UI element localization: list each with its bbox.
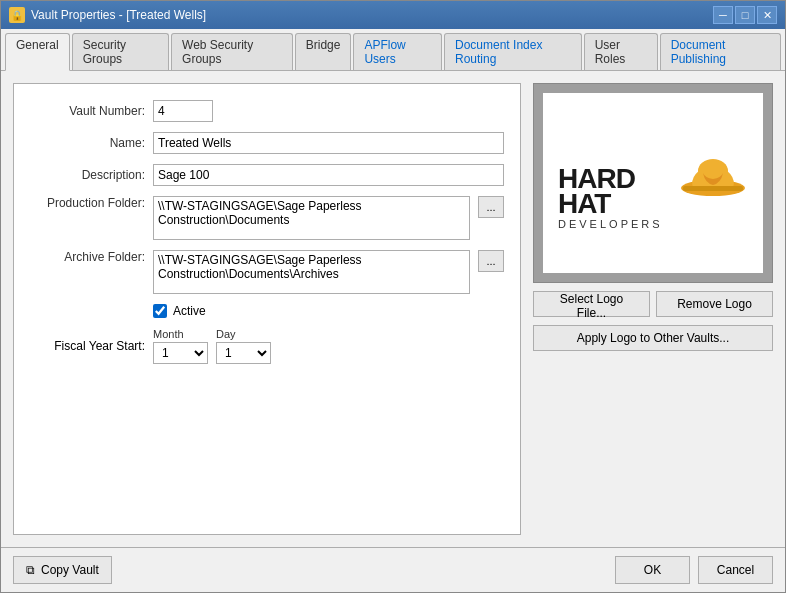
tab-user-roles[interactable]: User Roles (584, 33, 658, 70)
title-bar-left: 🔒 Vault Properties - [Treated Wells] (9, 7, 206, 23)
name-label: Name: (30, 136, 145, 150)
active-checkbox[interactable] (153, 304, 167, 318)
archive-folder-input[interactable]: \\TW-STAGINGSAGE\Sage Paperless Construc… (153, 250, 470, 294)
fiscal-year-row: Fiscal Year Start: Month 1 2 3 4 5 6 7 8 (30, 328, 504, 364)
logo-container: HARD HAT DEVELOPERS (533, 83, 773, 283)
title-bar: 🔒 Vault Properties - [Treated Wells] ─ □… (1, 1, 785, 29)
description-input[interactable] (153, 164, 504, 186)
left-panel: Vault Number: Name: Description: Product… (13, 83, 521, 535)
month-select[interactable]: 1 2 3 4 5 6 7 8 9 10 11 12 (153, 342, 208, 364)
production-browse-button[interactable]: ... (478, 196, 504, 218)
month-sub: Month 1 2 3 4 5 6 7 8 9 10 11 (153, 328, 208, 364)
day-select[interactable]: 1 2 3 4 5 (216, 342, 271, 364)
restore-button[interactable]: □ (735, 6, 755, 24)
archive-browse-btn-area: ... (478, 250, 504, 294)
svg-text:HAT: HAT (558, 188, 611, 219)
day-sublabel: Day (216, 328, 236, 340)
title-bar-controls: ─ □ ✕ (713, 6, 777, 24)
description-label: Description: (30, 168, 145, 182)
tab-security-groups[interactable]: Security Groups (72, 33, 169, 70)
bottom-right-buttons: OK Cancel (615, 556, 773, 584)
logo-image: HARD HAT DEVELOPERS (553, 103, 753, 263)
content-area: Vault Number: Name: Description: Product… (1, 71, 785, 547)
logo-inner: HARD HAT DEVELOPERS (543, 93, 763, 273)
tab-general[interactable]: General (5, 33, 70, 71)
fiscal-year-label: Fiscal Year Start: (30, 339, 145, 353)
vault-number-row: Vault Number: (30, 100, 504, 122)
production-folder-input[interactable]: \\TW-STAGINGSAGE\Sage Paperless Construc… (153, 196, 470, 240)
archive-folder-row: Archive Folder: \\TW-STAGINGSAGE\Sage Pa… (30, 250, 504, 294)
archive-folder-label: Archive Folder: (30, 250, 145, 264)
svg-text:DEVELOPERS: DEVELOPERS (558, 218, 663, 230)
copy-vault-label: Copy Vault (41, 563, 99, 577)
vault-number-input[interactable] (153, 100, 213, 122)
right-panel: HARD HAT DEVELOPERS Select Logo File... … (533, 83, 773, 535)
production-folder-row: Production Folder: \\TW-STAGINGSAGE\Sage… (30, 196, 504, 240)
copy-vault-button[interactable]: ⧉ Copy Vault (13, 556, 112, 584)
select-logo-button[interactable]: Select Logo File... (533, 291, 650, 317)
bottom-bar: ⧉ Copy Vault OK Cancel (1, 547, 785, 592)
description-row: Description: (30, 164, 504, 186)
month-sublabel: Month (153, 328, 184, 340)
remove-logo-button[interactable]: Remove Logo (656, 291, 773, 317)
tab-web-security-groups[interactable]: Web Security Groups (171, 33, 293, 70)
apply-logo-button[interactable]: Apply Logo to Other Vaults... (533, 325, 773, 351)
active-row: Active (153, 304, 504, 318)
main-window: 🔒 Vault Properties - [Treated Wells] ─ □… (0, 0, 786, 593)
name-row: Name: (30, 132, 504, 154)
cancel-button[interactable]: Cancel (698, 556, 773, 584)
day-sub: Day 1 2 3 4 5 (216, 328, 271, 364)
tab-document-publishing[interactable]: Document Publishing (660, 33, 781, 70)
close-button[interactable]: ✕ (757, 6, 777, 24)
svg-rect-1 (683, 186, 743, 191)
copy-icon: ⧉ (26, 563, 35, 577)
tab-bridge[interactable]: Bridge (295, 33, 352, 70)
window-title: Vault Properties - [Treated Wells] (31, 8, 206, 22)
logo-buttons-row: Select Logo File... Remove Logo (533, 291, 773, 317)
app-icon: 🔒 (9, 7, 25, 23)
production-folder-label: Production Folder: (30, 196, 145, 210)
archive-browse-button[interactable]: ... (478, 250, 504, 272)
tab-bar: General Security Groups Web Security Gro… (1, 29, 785, 71)
fiscal-group: Month 1 2 3 4 5 6 7 8 9 10 11 (153, 328, 271, 364)
production-browse-btn-area: ... (478, 196, 504, 240)
tab-apflow-users[interactable]: APFlow Users (353, 33, 442, 70)
ok-button[interactable]: OK (615, 556, 690, 584)
active-label: Active (173, 304, 206, 318)
name-input[interactable] (153, 132, 504, 154)
minimize-button[interactable]: ─ (713, 6, 733, 24)
tab-document-index-routing[interactable]: Document Index Routing (444, 33, 582, 70)
vault-number-label: Vault Number: (30, 104, 145, 118)
